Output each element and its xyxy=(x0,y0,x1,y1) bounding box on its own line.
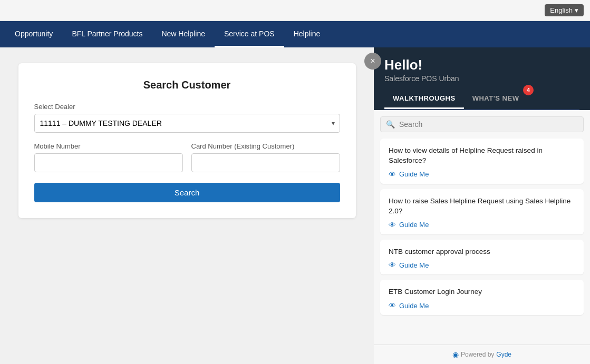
card-number-group: Card Number (Existing Customer) xyxy=(191,142,340,172)
main-content: Search Customer Select Dealer 11111 – DU… xyxy=(0,47,590,364)
eye-icon-2: 👁 xyxy=(389,221,396,229)
sidebar-footer: ◉ Powered by Gyde xyxy=(374,345,590,364)
walkthrough-card-3: NTB customer approval process 👁 Guide Me xyxy=(380,240,584,275)
eye-icon-3: 👁 xyxy=(389,261,396,269)
guide-me-link-2[interactable]: 👁 Guide Me xyxy=(389,221,575,229)
dealer-label: Select Dealer xyxy=(34,103,340,111)
nav-opportunity[interactable]: Opportunity xyxy=(5,21,62,47)
nav-service-at-pos[interactable]: Service at POS xyxy=(215,21,284,47)
language-button[interactable]: English ▾ xyxy=(545,4,584,16)
nav-new-helpline[interactable]: New Helpline xyxy=(152,21,214,47)
sidebar-content: 🔍 How to view details of Helpline Reques… xyxy=(374,110,590,345)
sidebar-search-icon: 🔍 xyxy=(386,120,395,129)
sidebar-search-input[interactable] xyxy=(399,120,578,129)
top-bar: English ▾ xyxy=(0,0,590,21)
nav-bfl-partner-products[interactable]: BFL Partner Products xyxy=(62,21,152,47)
gyde-logo-icon: ◉ xyxy=(452,350,459,359)
guide-me-link-4[interactable]: 👁 Guide Me xyxy=(389,301,575,310)
walkthrough-title-4: ETB Customer Login Journey xyxy=(389,287,575,297)
search-button[interactable]: Search xyxy=(34,183,340,202)
card-label: Card Number (Existing Customer) xyxy=(191,142,340,150)
walkthrough-card-1: How to view details of Helpline Request … xyxy=(380,139,584,184)
mobile-label: Mobile Number xyxy=(34,142,183,150)
dealer-select[interactable]: 11111 – DUMMY TESTING DEALER xyxy=(34,114,340,133)
walkthrough-title-3: NTB customer approval process xyxy=(389,247,575,257)
mobile-number-input[interactable] xyxy=(34,153,183,172)
walkthrough-card-4: ETB Customer Login Journey 👁 Guide Me xyxy=(380,280,584,315)
tab-walkthroughs[interactable]: WALKTHROUGHS xyxy=(384,89,464,109)
guide-me-link-1[interactable]: 👁 Guide Me xyxy=(389,170,575,179)
left-panel: Search Customer Select Dealer 11111 – DU… xyxy=(0,47,374,364)
sidebar-subtitle-text: Salesforce POS Urban xyxy=(384,74,579,83)
search-customer-card: Search Customer Select Dealer 11111 – DU… xyxy=(18,63,356,218)
close-sidebar-button[interactable]: × xyxy=(364,53,381,70)
walkthrough-card-2: How to raise Sales Helpline Request usin… xyxy=(380,189,584,234)
card-number-input[interactable] xyxy=(191,153,340,172)
guide-me-link-3[interactable]: 👁 Guide Me xyxy=(389,261,575,269)
customer-fields-row: Mobile Number Card Number (Existing Cust… xyxy=(34,142,340,172)
walkthrough-title-1: How to view details of Helpline Request … xyxy=(389,146,575,166)
gyde-brand-link[interactable]: Gyde xyxy=(496,351,511,358)
dealer-select-wrapper: 11111 – DUMMY TESTING DEALER ▾ xyxy=(34,114,340,133)
sidebar-search-bar: 🔍 xyxy=(380,116,584,132)
walkthrough-title-2: How to raise Sales Helpline Request usin… xyxy=(389,196,575,217)
eye-icon-1: 👁 xyxy=(389,170,396,179)
sidebar-tabs: WALKTHROUGHS WHAT'S NEW 4 xyxy=(384,89,579,110)
eye-icon-4: 👁 xyxy=(389,301,396,310)
whats-new-badge: 4 xyxy=(523,85,534,95)
sidebar-header: Hello! Salesforce POS Urban WALKTHROUGHS… xyxy=(374,47,590,110)
mobile-number-group: Mobile Number xyxy=(34,142,183,172)
nav-bar: Opportunity BFL Partner Products New Hel… xyxy=(0,21,590,47)
search-customer-title: Search Customer xyxy=(34,79,340,91)
tab-whats-new[interactable]: WHAT'S NEW 4 xyxy=(464,89,528,109)
help-sidebar: × Hello! Salesforce POS Urban WALKTHROUG… xyxy=(374,47,590,364)
sidebar-hello-text: Hello! xyxy=(384,57,579,73)
nav-helpline[interactable]: Helpline xyxy=(284,21,330,47)
